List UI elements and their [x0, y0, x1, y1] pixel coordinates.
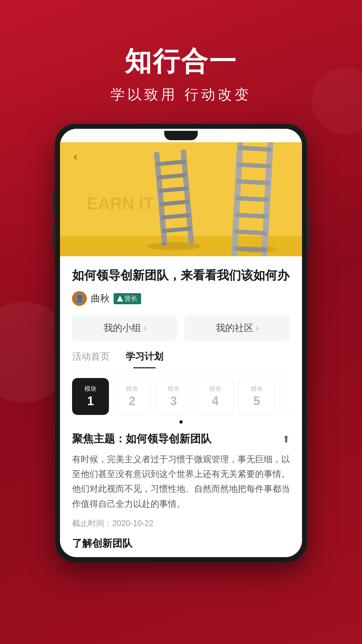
badge-triangle-icon [117, 296, 123, 302]
arrow-right-icon-2: › [256, 323, 259, 333]
module-1-num: 1 [87, 394, 94, 408]
my-community-button[interactable]: 我的社区 › [184, 315, 290, 341]
hero-image: ‹ [60, 142, 302, 256]
back-chevron-icon: ‹ [74, 151, 77, 162]
article-body: 有时候，完美主义者过于习惯于微观管理，事无巨细，以至他们甚至没有意识到这个世界上… [72, 452, 290, 511]
my-group-label: 我的小组 [104, 322, 141, 334]
badge-label: 营长 [124, 294, 138, 303]
active-dot [179, 420, 183, 424]
tab-activity-home-label: 活动首页 [72, 351, 110, 362]
phone-frame: ‹ [55, 124, 307, 562]
carousel-indicator [72, 420, 290, 424]
side-button-power [307, 208, 309, 248]
back-button[interactable]: ‹ [68, 149, 83, 164]
tabs-row: 活动首页 学习计划 [72, 350, 290, 369]
tab-activity-home[interactable]: 活动首页 [72, 350, 110, 368]
phone-screen: ‹ [60, 129, 302, 557]
phone-notch [60, 129, 302, 142]
author-avatar: 👤 [72, 291, 87, 306]
my-group-button[interactable]: 我的小组 › [72, 315, 178, 341]
header-area: 知行合一 学以致用 行动改变 [0, 0, 362, 104]
modules-row: 模块 1 模块 2 模块 3 模块 4 [72, 378, 290, 415]
module-4-num: 4 [212, 394, 219, 408]
svg-point-20 [238, 246, 278, 253]
module-3-block[interactable]: 模块 3 [155, 378, 192, 415]
module-closing-block[interactable]: 结营 [280, 378, 290, 415]
main-title: 知行合一 [0, 44, 362, 80]
sub-heading: 了解创新团队 [72, 537, 290, 557]
section-title: 聚焦主题：如何领导创新团队 [72, 432, 212, 446]
arrow-right-icon: › [144, 323, 146, 333]
share-icon[interactable]: ⬆ [282, 434, 290, 445]
avatar-image: 👤 [72, 291, 87, 306]
module-2-block[interactable]: 模块 2 [114, 378, 150, 415]
ladder-illustration: EARN IT [60, 142, 302, 256]
module-2-label: 模块 [126, 385, 138, 393]
module-3-label: 模块 [168, 385, 180, 393]
module-4-label: 模块 [209, 385, 221, 393]
nav-buttons-row: 我的小组 › 我的社区 › [72, 315, 290, 341]
module-3-num: 3 [170, 394, 177, 408]
module-1-block[interactable]: 模块 1 [72, 378, 109, 415]
svg-point-19 [147, 242, 201, 250]
module-4-block[interactable]: 模块 4 [197, 378, 234, 415]
author-name: 曲秋 [91, 292, 110, 305]
tab-study-plan[interactable]: 学习计划 [126, 350, 163, 368]
side-button-vol-down [53, 225, 55, 252]
module-5-block[interactable]: 模块 5 [238, 378, 275, 415]
my-community-label: 我的社区 [216, 322, 253, 334]
author-row: 👤 曲秋 营长 [72, 291, 290, 306]
content-area: 如何领导创新团队，来看看我们该如何办 👤 曲秋 营长 我的小组 [60, 256, 302, 557]
author-badge: 营长 [114, 293, 141, 304]
main-subtitle: 学以致用 行动改变 [0, 85, 362, 104]
article-title: 如何领导创新团队，来看看我们该如何办 [72, 266, 290, 284]
phone-mockup: ‹ [55, 124, 307, 562]
deadline-text: 截止时间：2020-10-22 [72, 518, 290, 529]
module-1-label: 模块 [84, 385, 97, 393]
notch-hole [164, 131, 198, 140]
module-5-num: 5 [253, 394, 260, 408]
tab-study-plan-label: 学习计划 [126, 351, 163, 362]
module-2-num: 2 [129, 394, 135, 408]
svg-text:EARN IT: EARN IT [87, 194, 154, 213]
side-button-vol-up [53, 191, 55, 218]
section-heading: 聚焦主题：如何领导创新团队 ⬆ [72, 432, 290, 446]
module-5-label: 模块 [251, 385, 263, 393]
